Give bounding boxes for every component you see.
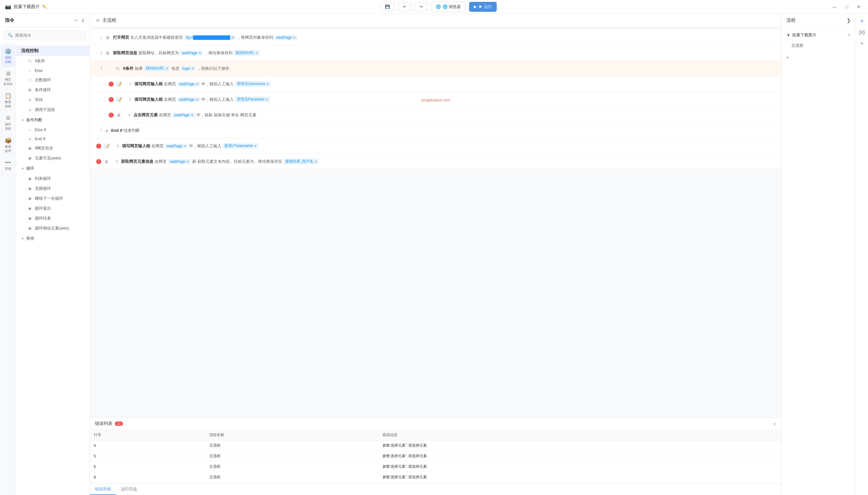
if-web-icon: ◉ xyxy=(27,146,32,150)
flow-tag-login[interactable]: login ⊗ xyxy=(181,66,196,71)
sidebar-item-loop-exit[interactable]: ◉ 循环退出 xyxy=(16,203,90,214)
sidebar-item-cond-loop[interactable]: ⊠ 条件循环 xyxy=(16,85,90,95)
wait-label: 等待 xyxy=(35,97,43,103)
run-button[interactable]: ▶ ▶ 运行 xyxy=(469,2,497,12)
tab-run-log[interactable]: 运行日志 xyxy=(116,484,142,495)
tag-webpage8-close[interactable]: ⊗ xyxy=(183,144,186,148)
operation-system-label: 操作系统 xyxy=(5,122,11,131)
tag-new-user-close[interactable]: ⊗ xyxy=(254,144,257,148)
table-row[interactable]: 6 主流程 参数'选择元素': 请选择元素 xyxy=(90,461,781,472)
flow-tag-webpage5[interactable]: webPage ⊗ xyxy=(177,97,200,102)
other-label: 其他 xyxy=(5,167,11,171)
flow-tag-url[interactable]: ttp://██████████████ ⊗ xyxy=(184,35,235,40)
sort-icon[interactable]: ≡↑ xyxy=(75,18,79,23)
sidebar-item-loop-similar[interactable]: ◉ 循环相似元素(web) xyxy=(16,223,90,233)
right-flow-name[interactable]: 主流程 xyxy=(781,40,856,51)
condition-section-label: 条件判断 xyxy=(26,117,42,123)
tag-url-close[interactable]: ⊗ xyxy=(231,36,234,39)
tag-admin-user-close[interactable]: ⊗ xyxy=(266,82,269,86)
flow-tag-admin-user[interactable]: 管理员Username ⊗ xyxy=(235,81,271,87)
nav-web-auto[interactable]: 🖥 网页自动化 xyxy=(1,68,15,89)
flow-icon-9: 🖥 xyxy=(104,159,109,164)
tag-webpage2-close[interactable]: ⊗ xyxy=(199,51,201,55)
flow-tag-jump-url[interactable]: 跳转的URL ⊗ xyxy=(144,65,170,71)
redo-button[interactable]: ↪ xyxy=(415,2,427,11)
sidebar-item-else[interactable]: ⌐ Else xyxy=(16,66,90,75)
flow-tag-search-result[interactable]: 搜索结果_用户名 ⊗ xyxy=(283,158,319,165)
collapse-sidebar-icon[interactable]: ❮ xyxy=(81,18,85,23)
tag-webpage1-close[interactable]: ⊗ xyxy=(293,36,296,39)
flow-tag-redirect-url[interactable]: 跳转的URL ⊗ xyxy=(234,50,260,56)
tag-webpage5-close[interactable]: ⊗ xyxy=(196,98,198,101)
sidebar-item-else-if[interactable]: ⌐ Else If xyxy=(16,125,90,134)
flow-action-4: 填写网页输入框 xyxy=(134,81,163,87)
nav-other[interactable]: ••• 其他 xyxy=(1,157,15,173)
tag-webpage9-close[interactable]: ⊗ xyxy=(186,160,189,163)
sidebar-item-wait[interactable]: ⧖ 等待 xyxy=(16,95,90,105)
table-row[interactable]: 8 主流程 参数'选择元素': 请选择元素 xyxy=(90,472,781,483)
tag-jump-close[interactable]: ⊗ xyxy=(166,67,168,70)
right-controls: ❯ xyxy=(847,17,851,23)
section-condition[interactable]: ▼ 条件判断 xyxy=(16,115,90,125)
sidebar-item-infinite-loop[interactable]: ◉ 无限循环 xyxy=(16,184,90,193)
flow-tag-webpage2[interactable]: webPage ⊗ xyxy=(180,51,203,55)
right-icon-settings[interactable]: ≈ xyxy=(857,38,867,48)
error-collapse-icon[interactable]: ∨ xyxy=(773,422,776,426)
category-flow-control[interactable]: 流程控制 xyxy=(16,46,90,56)
flow-tag-webpage8[interactable]: webPage ⊗ xyxy=(165,143,188,149)
search-input[interactable] xyxy=(15,33,82,37)
tag-webpage6-close[interactable]: ⊗ xyxy=(191,113,193,117)
else-icon: ⌐ xyxy=(27,69,32,73)
tag-search-result-close[interactable]: ⊗ xyxy=(314,160,317,163)
table-row[interactable]: 4 主流程 参数'选择元素': 请选择元素 xyxy=(90,440,781,451)
sidebar-item-count-loop[interactable]: □ 次数循环 xyxy=(16,75,90,85)
sidebar-item-end-if[interactable]: ⌀ End If xyxy=(16,134,90,143)
app-chevron-icon[interactable]: ▼ xyxy=(786,33,790,37)
add-flow-button[interactable]: + xyxy=(848,32,851,38)
sidebar-item-if[interactable]: ⌥ If条件 xyxy=(16,56,90,66)
table-row[interactable]: 5 主流程 参数'选择元素': 请选择元素 xyxy=(90,451,781,461)
browser-button[interactable]: 🌐 🌐 浏览器 xyxy=(431,2,466,12)
error-header[interactable]: 错误列表 21 ∨ xyxy=(90,418,781,430)
flow-tag-admin-pwd[interactable]: 管理员Password ⊗ xyxy=(235,97,270,102)
nav-data-table[interactable]: 📋 数据表格 xyxy=(1,90,15,111)
right-icon-flow[interactable]: ≡ xyxy=(857,16,867,26)
nav-flow-control[interactable]: ⚙️ 流程控制 xyxy=(1,46,15,67)
tab-error-list[interactable]: 错误列表 xyxy=(90,484,116,495)
tag-login-close[interactable]: ⊗ xyxy=(192,67,194,70)
sidebar-item-loop-end[interactable]: ◉ 循环结束 xyxy=(16,214,90,223)
expand-right-icon[interactable]: ❯ xyxy=(847,17,851,23)
minimize-button[interactable]: — xyxy=(830,3,839,11)
error-dot-9: ! xyxy=(96,159,101,164)
toolbar: 💾 ↩ ↪ 🌐 🌐 浏览器 ▶ ▶ 运行 xyxy=(52,2,825,12)
right-icon-var[interactable]: {x} xyxy=(857,27,867,37)
flow-tag-webpage1[interactable]: webPage ⊗ xyxy=(275,35,297,40)
close-button[interactable]: ✕ xyxy=(854,3,863,11)
sidebar-controls: ≡↑ ❮ xyxy=(75,18,85,23)
flow-tag-new-user[interactable]: 新用户Username ⊗ xyxy=(223,143,258,149)
tools-icon-1[interactable]: ≡ xyxy=(786,55,789,60)
section-wait[interactable]: ▼ 等待 xyxy=(16,233,90,244)
if-web-label: If网页包含 xyxy=(35,146,53,151)
flow-tag-webpage9[interactable]: webPage ⊗ xyxy=(168,159,191,164)
sidebar-item-if-web[interactable]: ◉ If网页包含 xyxy=(16,143,90,153)
edit-name-icon[interactable]: ✏️ xyxy=(42,5,47,9)
maximize-button[interactable]: □ xyxy=(843,3,851,11)
flow-tag-webpage6[interactable]: webPage ⊗ xyxy=(172,113,195,118)
sidebar-item-element-visible[interactable]: ◉ 元素可见(web) xyxy=(16,153,90,163)
nav-operation-system[interactable]: ⚙ 操作系统 xyxy=(1,112,15,133)
sidebar-item-call-sub[interactable]: ⌀ 调用子流程 xyxy=(16,105,90,115)
tag-webpage4-close[interactable]: ⊗ xyxy=(196,82,198,86)
tag-redirect-close[interactable]: ⊗ xyxy=(256,51,258,55)
sidebar-item-list-loop[interactable]: ◉ 列表循环 xyxy=(16,174,90,184)
sidebar-item-continue-loop[interactable]: ◉ 继续下一次循环 xyxy=(16,193,90,203)
undo-button[interactable]: ↩ xyxy=(398,2,411,11)
flow-item-3: 3 － ⌥ If条件 如果 跳转的URL ⊗ 包含 login ⊗ xyxy=(90,61,781,76)
tag-admin-pwd-close[interactable]: ⊗ xyxy=(266,98,268,101)
flow-text-2b: ，将结果保存到 xyxy=(204,50,232,56)
save-button[interactable]: 💾 xyxy=(380,2,395,11)
flow-tag-webpage4[interactable]: webPage ⊗ xyxy=(177,82,200,87)
section-loop[interactable]: ▼ 循环 xyxy=(16,163,90,174)
nav-data-process[interactable]: 📦 数据处理 xyxy=(1,135,15,156)
flow-collapse-3[interactable]: － xyxy=(105,65,112,72)
